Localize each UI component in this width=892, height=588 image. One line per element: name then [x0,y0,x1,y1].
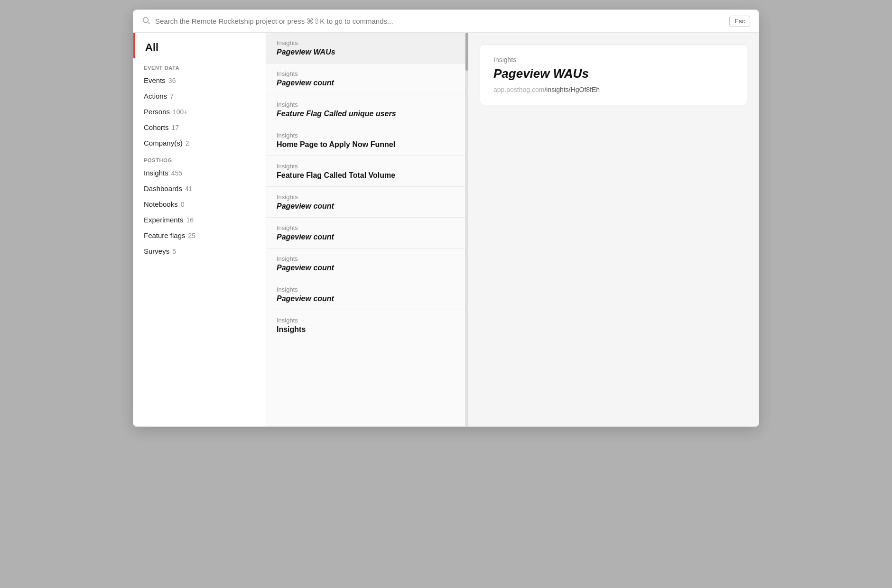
result-title-9: Insights [277,325,455,334]
sidebar-item-persons[interactable]: Persons 100+ [133,104,266,119]
sidebar: All EVENT DATA Events 36 Actions 7 Perso… [133,33,266,426]
sidebar-item-persons-label: Persons [144,108,170,116]
result-category-8: Insights [277,286,455,293]
result-item-9[interactable]: Insights Insights [266,310,465,340]
preview-url: app.posthog.com/insights/HgOf8fEh [493,86,734,93]
result-title-7: Pageview count [277,264,455,272]
sidebar-item-notebooks-count: 0 [181,201,185,208]
sidebar-item-experiments-label: Experiments [144,216,183,224]
result-category-9: Insights [277,317,455,324]
result-title-4: Feature Flag Called Total Volume [277,171,455,180]
preview-url-path: /insights/HgOf8fEh [544,86,600,93]
sidebar-item-dashboards-count: 41 [185,185,193,193]
search-modal: Esc All EVENT DATA Events 36 Actions 7 P… [133,9,759,427]
result-category-7: Insights [277,255,455,262]
svg-line-1 [148,22,149,24]
result-title-6: Pageview count [277,233,455,241]
sidebar-item-actions-count: 7 [170,92,174,100]
result-title-2: Feature Flag Called unique users [277,110,455,118]
search-bar: Esc [133,10,759,33]
sidebar-item-surveys-label: Surveys [144,247,169,255]
result-category-5: Insights [277,193,455,201]
sidebar-section-event-data: EVENT DATA [133,58,266,73]
result-item-4[interactable]: Insights Feature Flag Called Total Volum… [266,156,465,187]
sidebar-item-persons-count: 100+ [173,108,188,116]
results-list: Insights Pageview WAUs Insights Pageview… [266,33,465,426]
sidebar-item-actions[interactable]: Actions 7 [133,88,266,104]
result-category-0: Insights [277,39,455,46]
result-title-3: Home Page to Apply Now Funnel [277,140,455,149]
result-title-0: Pageview WAUs [277,48,455,56]
sidebar-item-insights-count: 455 [171,169,182,177]
result-category-2: Insights [277,101,455,108]
modal-overlay: Esc All EVENT DATA Events 36 Actions 7 P… [0,0,892,588]
sidebar-section-posthog: POSTHOG [133,151,266,165]
sidebar-item-actions-label: Actions [144,92,167,100]
result-item-7[interactable]: Insights Pageview count [266,248,465,279]
sidebar-item-surveys[interactable]: Surveys 5 [133,243,266,259]
sidebar-item-dashboards-label: Dashboards [144,184,182,193]
result-title-5: Pageview count [277,202,455,211]
sidebar-item-events-label: Events [144,76,166,84]
modal-body: All EVENT DATA Events 36 Actions 7 Perso… [133,33,759,426]
sidebar-item-cohorts-count: 17 [172,124,179,131]
result-category-3: Insights [277,132,455,139]
sidebar-item-cohorts-label: Cohorts [144,123,169,131]
scroll-track[interactable] [465,33,468,426]
result-category-4: Insights [277,163,455,170]
sidebar-item-feature-flags-count: 25 [188,232,196,239]
sidebar-item-experiments-count: 16 [186,216,194,224]
result-title-1: Pageview count [277,79,455,87]
preview-title: Pageview WAUs [493,66,734,81]
sidebar-item-feature-flags[interactable]: Feature flags 25 [133,228,266,243]
sidebar-all-item[interactable]: All [133,33,266,58]
scroll-thumb [465,33,468,71]
sidebar-item-notebooks-label: Notebooks [144,200,178,208]
preview-url-domain: app.posthog.com [493,86,544,93]
search-input[interactable] [155,17,725,25]
result-item-2[interactable]: Insights Feature Flag Called unique user… [266,94,465,125]
result-item-8[interactable]: Insights Pageview count [266,279,465,310]
result-item-6[interactable]: Insights Pageview count [266,218,465,248]
sidebar-item-notebooks[interactable]: Notebooks 0 [133,196,266,212]
results-section: Insights Pageview WAUs Insights Pageview… [266,33,759,426]
result-category-6: Insights [277,224,455,231]
sidebar-item-cohorts[interactable]: Cohorts 17 [133,119,266,135]
sidebar-item-events[interactable]: Events 36 [133,73,266,88]
preview-category: Insights [493,56,734,64]
result-item-5[interactable]: Insights Pageview count [266,187,465,218]
result-category-1: Insights [277,70,455,77]
sidebar-item-insights[interactable]: Insights 455 [133,165,266,181]
sidebar-item-experiments[interactable]: Experiments 16 [133,212,266,228]
result-title-8: Pageview count [277,294,455,303]
sidebar-item-dashboards[interactable]: Dashboards 41 [133,181,266,196]
esc-button[interactable]: Esc [729,16,750,27]
sidebar-item-events-count: 36 [168,77,176,84]
preview-card: Insights Pageview WAUs app.posthog.com/i… [480,44,747,105]
result-item-0[interactable]: Insights Pageview WAUs [266,33,465,64]
sidebar-item-feature-flags-label: Feature flags [144,231,186,239]
sidebar-item-surveys-count: 5 [172,248,176,255]
result-item-3[interactable]: Insights Home Page to Apply Now Funnel [266,125,465,156]
preview-panel: Insights Pageview WAUs app.posthog.com/i… [468,33,759,426]
sidebar-item-companies-count: 2 [186,139,189,147]
result-item-1[interactable]: Insights Pageview count [266,64,465,94]
sidebar-item-companies[interactable]: Company(s) 2 [133,135,266,151]
sidebar-item-insights-label: Insights [144,169,168,177]
sidebar-item-companies-label: Company(s) [144,139,183,147]
search-icon [142,16,150,27]
